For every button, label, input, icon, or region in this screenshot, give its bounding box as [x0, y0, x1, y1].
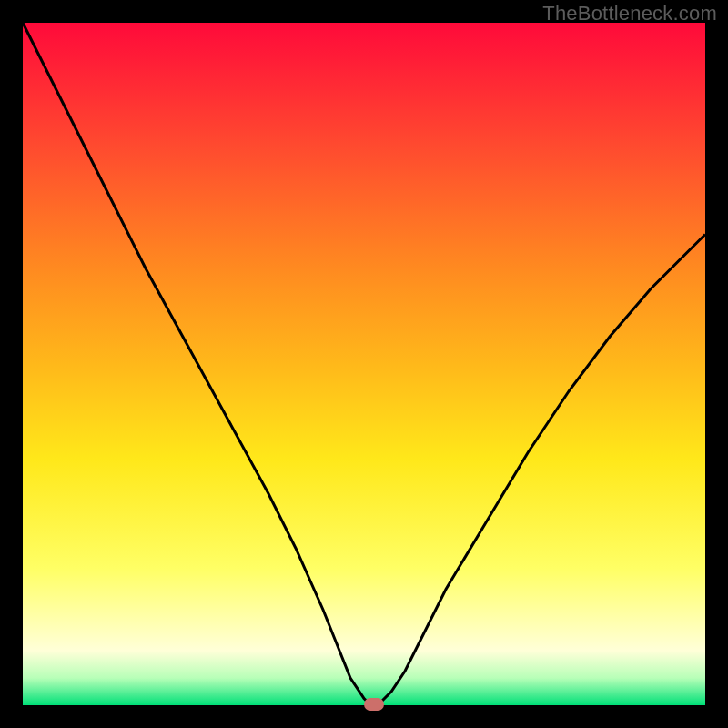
- optimal-point-marker: [364, 698, 384, 711]
- chart-svg: [23, 23, 705, 705]
- bottleneck-curve: [23, 23, 705, 705]
- chart-frame: TheBottleneck.com: [0, 0, 728, 728]
- watermark-text: TheBottleneck.com: [542, 2, 717, 25]
